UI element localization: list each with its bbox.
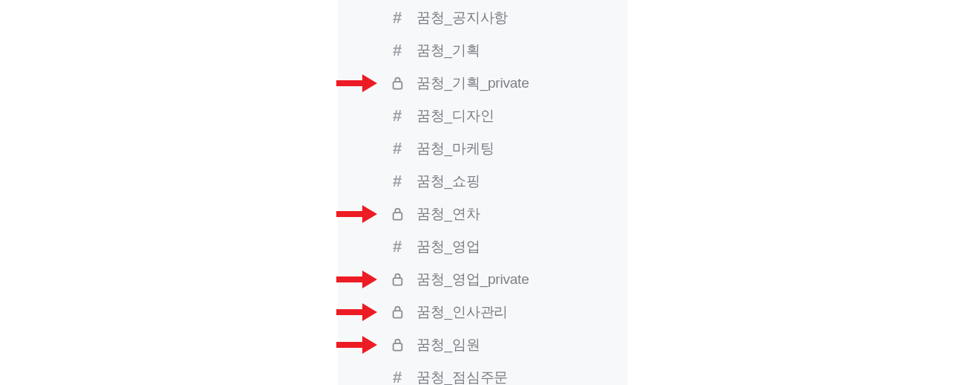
svg-rect-3 xyxy=(393,311,402,317)
channel-label: 꿈청_쇼핑 xyxy=(416,172,480,191)
channel-item[interactable]: #꿈청_공지사항 xyxy=(338,1,627,34)
svg-rect-2 xyxy=(393,278,402,285)
channel-label: 꿈청_영업 xyxy=(416,237,480,256)
stage: #꿈청_공지사항#꿈청_기획꿈청_기획_private#꿈청_디자인#꿈청_마케… xyxy=(0,0,980,385)
channel-label: 꿈청_점심주문 xyxy=(416,368,508,385)
channel-list: #꿈청_공지사항#꿈청_기획꿈청_기획_private#꿈청_디자인#꿈청_마케… xyxy=(338,1,627,385)
channel-label: 꿈청_기획 xyxy=(416,41,480,60)
hash-icon: # xyxy=(390,239,405,255)
channel-item[interactable]: 꿈청_인사관리 xyxy=(338,296,627,329)
channel-label: 꿈청_인사관리 xyxy=(416,302,508,322)
hash-icon: # xyxy=(390,140,405,157)
channel-label: 꿈청_마케팅 xyxy=(416,139,494,158)
lock-icon xyxy=(390,273,405,286)
channel-label: 꿈청_디자인 xyxy=(416,106,494,126)
lock-icon xyxy=(390,207,405,221)
channel-item[interactable]: #꿈청_디자인 xyxy=(338,100,627,132)
channel-label: 꿈청_임원 xyxy=(416,335,480,355)
hash-icon: # xyxy=(390,108,405,124)
channel-item[interactable]: #꿈청_영업 xyxy=(338,230,627,263)
channel-label: 꿈청_공지사항 xyxy=(416,8,508,28)
hash-icon: # xyxy=(390,42,405,59)
lock-icon xyxy=(390,305,405,319)
channel-label: 꿈청_연차 xyxy=(416,204,480,224)
channel-item[interactable]: 꿈청_임원 xyxy=(338,329,627,361)
svg-rect-0 xyxy=(393,82,402,88)
channel-panel: #꿈청_공지사항#꿈청_기획꿈청_기획_private#꿈청_디자인#꿈청_마케… xyxy=(338,0,627,385)
channel-label: 꿈청_영업_private xyxy=(416,270,529,289)
lock-icon xyxy=(390,77,405,90)
svg-rect-1 xyxy=(393,213,402,219)
svg-rect-4 xyxy=(393,343,402,350)
channel-item[interactable]: 꿈청_연차 xyxy=(338,198,627,230)
channel-item[interactable]: #꿈청_마케팅 xyxy=(338,132,627,165)
lock-icon xyxy=(390,338,405,352)
channel-item[interactable]: 꿈청_기획_private xyxy=(338,67,627,100)
channel-item[interactable]: #꿈청_기획 xyxy=(338,34,627,67)
channel-label: 꿈청_기획_private xyxy=(416,74,529,93)
hash-icon: # xyxy=(390,10,405,26)
channel-item[interactable]: #꿈청_쇼핑 xyxy=(338,165,627,198)
hash-icon: # xyxy=(390,173,405,190)
channel-item[interactable]: #꿈청_점심주문 xyxy=(338,361,627,385)
channel-item[interactable]: 꿈청_영업_private xyxy=(338,263,627,296)
hash-icon: # xyxy=(390,369,405,385)
